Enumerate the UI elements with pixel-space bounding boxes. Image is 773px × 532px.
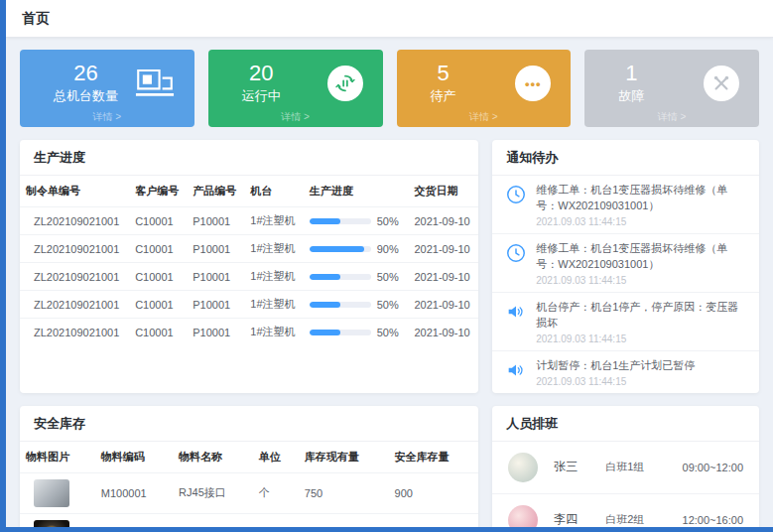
progress-bar (310, 246, 371, 252)
shift-time: 12:00~16:00 (683, 514, 743, 526)
progress-percent: 50 (377, 271, 399, 283)
column-header: 物料图片 (20, 442, 95, 473)
order-number: ZL202109021001 (20, 207, 129, 235)
shift-label: 白班2组 (605, 512, 679, 527)
material-unit: 个 (253, 472, 299, 513)
notifications-panel: 通知待办 (492, 140, 759, 393)
column-header: 单位 (253, 442, 299, 473)
safety-quantity: 900 (389, 472, 479, 513)
stat-value: 5 (431, 62, 456, 85)
notification-text: 维修工单：机台1变压器损坏待维修（单号：WX202109031001） (536, 241, 747, 273)
material-code: M100001 (95, 513, 173, 532)
material-unit: 个 (253, 513, 299, 532)
stock-quantity: 750 (299, 472, 389, 513)
material-name: RJ45接口 (173, 472, 253, 513)
machine-name: 1#注塑机 (244, 263, 303, 291)
material-name: RJ45接口 (173, 513, 253, 532)
delivery-date: 2021-09-10 (408, 263, 478, 291)
avatar (508, 505, 538, 532)
progress-percent: 50 (377, 327, 399, 338)
stat-card: 1 故障 (584, 50, 759, 127)
table-row[interactable]: ZL202109021001 C10001 P10001 1#注塑机 (20, 207, 478, 235)
inventory-panel-title: 安全库存 (20, 406, 478, 442)
card-detail-link[interactable]: 详情 > (208, 110, 383, 124)
table-row[interactable]: M100001 RJ45接口 个 750 900 (20, 472, 478, 513)
stock-quantity: 750 (299, 513, 389, 532)
notification-item[interactable]: 维修工单：机台1变压器损坏待维修（单号：WX202109031001） 2021… (492, 234, 759, 293)
clock-icon (504, 241, 528, 265)
customer-number: C10001 (129, 263, 187, 291)
product-number: P10001 (187, 263, 244, 291)
machine-name: 1#注塑机 (244, 235, 303, 263)
order-number: ZL202109021001 (20, 263, 129, 291)
progress-bar (310, 274, 371, 280)
stat-value: 1 (618, 62, 644, 85)
stat-card: 5 待产 (397, 50, 572, 127)
shift-time: 09:00~12:00 (683, 462, 743, 473)
column-header: 交货日期 (408, 176, 478, 207)
stat-card: 20 运行中 (208, 50, 383, 127)
app-window: 首页 26 总机台数量 (0, 0, 773, 532)
notification-item[interactable]: 机台停产：机台1停产，停产原因：变压器损坏 2021.09.03 11:44:1… (492, 293, 759, 351)
machine-name: 1#注塑机 (244, 207, 303, 235)
table-row[interactable]: M100001 RJ45接口 个 750 900 (20, 513, 478, 532)
stat-card: 26 总机台数量 (20, 50, 194, 127)
notification-text: 维修工单：机台1变压器损坏待维修（单号：WX202109031001） (536, 183, 747, 214)
material-code: M100001 (95, 472, 173, 513)
product-number: P10001 (187, 207, 244, 235)
tab-home[interactable]: 首页 (22, 10, 50, 28)
table-row[interactable]: ZL202109021001 C10001 P10001 1#注塑机 (20, 291, 478, 319)
tools-icon (704, 66, 739, 101)
column-header: 产品编号 (187, 176, 244, 207)
order-number: ZL202109021001 (20, 319, 129, 346)
schedule-panel-title: 人员排班 (492, 406, 759, 442)
notification-time: 2021.09.03 11:44:15 (536, 333, 747, 344)
shift-label: 白班1组 (605, 460, 679, 474)
column-header: 物料名称 (173, 442, 253, 473)
stat-label: 运行中 (242, 87, 281, 105)
machine-name: 1#注塑机 (244, 291, 303, 319)
card-detail-link[interactable]: 详情 > (397, 110, 572, 124)
notification-item[interactable]: 计划暂停：机台1生产计划已暂停 2021.09.03 11:44:15 (492, 351, 759, 393)
order-number: ZL202109021001 (20, 291, 129, 319)
customer-number: C10001 (129, 235, 187, 263)
stat-label: 待产 (431, 87, 456, 105)
notifications-panel-title: 通知待办 (492, 140, 759, 176)
progress-fill (310, 246, 365, 252)
product-number: P10001 (187, 235, 244, 263)
notification-time: 2021.09.03 11:44:15 (536, 376, 695, 387)
table-row[interactable]: ZL202109021001 C10001 P10001 1#注塑机 (20, 235, 478, 263)
production-panel-title: 生产进度 (20, 140, 478, 176)
header: 首页 (6, 0, 773, 38)
machine-icon (135, 67, 175, 99)
table-row[interactable]: ZL202109021001 C10001 P10001 1#注塑机 (20, 263, 478, 291)
machine-name: 1#注塑机 (244, 319, 303, 346)
stat-cards: 26 总机台数量 (20, 50, 759, 127)
notification-text: 计划暂停：机台1生产计划已暂停 (536, 358, 695, 374)
safety-quantity: 900 (389, 513, 479, 532)
progress-fill (310, 218, 340, 224)
notification-item[interactable]: 维修工单：机台1变压器损坏待维修（单号：WX202109031001） 2021… (492, 176, 759, 234)
running-icon (327, 66, 363, 101)
stat-label: 故障 (618, 87, 644, 105)
progress-bar (310, 302, 371, 308)
schedule-panel: 人员排班 张三 白班1组 09:00~12:00 李四 (492, 406, 759, 532)
column-header: 机台 (244, 176, 303, 207)
table-row[interactable]: ZL202109021001 C10001 P10001 1#注塑机 (20, 319, 478, 346)
product-number: P10001 (187, 291, 244, 319)
ellipsis-icon (515, 66, 551, 101)
stat-label: 总机台数量 (54, 87, 118, 105)
delivery-date: 2021-09-10 (408, 319, 478, 346)
progress-percent: 50 (377, 299, 399, 311)
progress-fill (310, 330, 340, 335)
column-header: 安全库存量 (389, 442, 479, 473)
customer-number: C10001 (129, 319, 187, 346)
card-detail-link[interactable]: 详情 > (20, 110, 194, 124)
product-number: P10001 (187, 319, 244, 346)
schedule-row: 李四 白班2组 12:00~16:00 (492, 494, 759, 532)
stat-value: 26 (54, 62, 118, 85)
card-detail-link[interactable]: 详情 > (584, 110, 759, 124)
stat-value: 20 (242, 62, 281, 85)
column-header: 物料编码 (95, 442, 173, 473)
progress-percent: 90 (377, 243, 399, 255)
